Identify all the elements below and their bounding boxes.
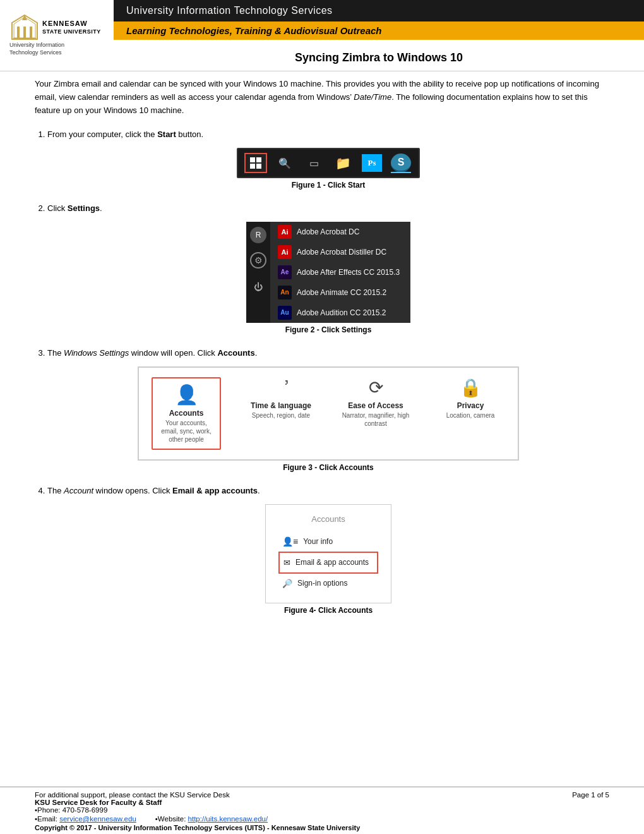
step-3: The Windows Settings window will open. C… [47, 347, 609, 472]
footer-website-link[interactable]: http://uits.kennesaw.edu/ [188, 815, 268, 823]
figure-3-container: 👤 Accounts Your accounts, email, sync, w… [47, 366, 609, 472]
after-effects-icon: Ae [278, 265, 292, 279]
svg-marker-6 [22, 15, 27, 20]
figure-1-taskbar: 🔍 ▭ 📁 Ps S [237, 148, 420, 178]
menu-side-icons: R ⚙ ⏻ [246, 222, 270, 323]
search-taskbar-icon: 🔍 [273, 153, 296, 173]
menu-item-ae: Ae Adobe After Effects CC 2015.3 [270, 262, 410, 282]
logo-area: Kennesaw State University University Inf… [0, 0, 114, 71]
figure-4-container: Accounts 👤≡ Your info ✉ Email & app acco… [47, 504, 609, 615]
app-s-icon: S [390, 153, 412, 173]
figure-4-caption: Figure 4- Click Accounts [47, 606, 609, 615]
audition-icon: Au [278, 306, 292, 320]
accounts-sign-in: 🔎 Sign-in options [278, 574, 378, 593]
email-app-icon: ✉ [283, 558, 290, 567]
acrobat-icon: Ai [278, 225, 292, 239]
power-icon: ⏻ [249, 277, 268, 296]
settings-time-language-item: ︐ Time & language Speech, region, date [246, 377, 316, 420]
figure-2-container: R ⚙ ⏻ Ai Adobe Acrobat DC [47, 222, 609, 334]
footer-phone: •Phone: 470-578-6999 [35, 806, 609, 814]
time-language-icon: ︐ [272, 377, 290, 398]
step-1: From your computer, click the Start butt… [47, 128, 609, 190]
menu-item-acrobat: Ai Adobe Acrobat DC [270, 222, 410, 242]
footer-website-bullet: •Website: [155, 815, 188, 823]
settings-accounts-item: 👤 Accounts Your accounts, email, sync, w… [152, 377, 221, 450]
your-info-icon: 👤≡ [282, 536, 298, 547]
animate-icon: An [278, 286, 292, 299]
menu-profile-icon: R [250, 227, 266, 243]
privacy-lock-icon: 🔒 [460, 377, 482, 398]
svg-rect-3 [23, 27, 26, 38]
step-4: The Account window opens. Click Email & … [47, 485, 609, 615]
sign-in-icon: 🔎 [282, 579, 292, 588]
header-subtitle: Learning Technologies, Training & Audiov… [114, 21, 644, 40]
footer-support-text: For additional support, please contact t… [35, 791, 230, 799]
svg-rect-5 [13, 38, 36, 39]
steps-list: From your computer, click the Start butt… [35, 128, 609, 614]
ksu-name: Kennesaw State University [42, 20, 101, 35]
accounts-your-info: 👤≡ Your info [278, 531, 378, 552]
file-explorer-icon: 📁 [331, 153, 354, 173]
main-content: Your Zimbra email and calendar can be sy… [0, 71, 644, 634]
footer-line1: For additional support, please contact t… [35, 791, 609, 799]
figure-1-container: 🔍 ▭ 📁 Ps S [47, 148, 609, 190]
svg-rect-4 [30, 27, 32, 38]
footer-email-bullet: •Email: [35, 815, 59, 823]
header-right: University Information Technology Servic… [114, 0, 644, 71]
settings-privacy-item: 🔒 Privacy Location, camera [436, 377, 505, 420]
menu-item-animate: An Adobe Animate CC 2015.2 [270, 282, 410, 303]
intro-paragraph: Your Zimbra email and calendar can be sy… [35, 78, 609, 117]
footer-contact-row: •Email: service@kennesaw.edu •Website: h… [35, 815, 609, 823]
figure-2-start-menu: R ⚙ ⏻ Ai Adobe Acrobat DC [246, 222, 410, 323]
svg-rect-2 [17, 27, 20, 38]
menu-item-acrobat-distiller: Ai Adobe Acrobat Distiller DC [270, 242, 410, 262]
menu-item-audition: Au Adobe Audition CC 2015.2 [270, 303, 410, 323]
header-university-name: University Information Technology Servic… [114, 0, 644, 21]
figure-3-caption: Figure 3 - Click Accounts [47, 463, 609, 472]
photoshop-icon: Ps [361, 153, 383, 173]
figure-1-caption: Figure 1 - Click Start [47, 181, 609, 190]
settings-gear-icon: ⚙ [250, 252, 266, 269]
footer-email-link[interactable]: service@kennesaw.edu [59, 815, 136, 823]
menu-app-list: Ai Adobe Acrobat DC Ai Adobe Acrobat Dis… [270, 222, 410, 323]
figure-3-settings: 👤 Accounts Your accounts, email, sync, w… [138, 366, 519, 461]
accounts-person-icon: 👤 [175, 384, 198, 406]
task-view-icon: ▭ [302, 153, 325, 173]
page-footer: For additional support, please contact t… [0, 787, 644, 834]
figure-2-caption: Figure 2 - Click Settings [47, 325, 609, 334]
figure-4-accounts-panel: Accounts 👤≡ Your info ✉ Email & app acco… [265, 504, 391, 603]
ease-access-icon: ⟳ [369, 377, 383, 398]
page-header: Kennesaw State University University Inf… [0, 0, 644, 71]
accounts-panel-title: Accounts [278, 514, 378, 524]
footer-desk-label: KSU Service Desk for Faculty & Staff [35, 799, 609, 806]
start-button-icon [244, 153, 267, 173]
ksu-emblem-icon [9, 14, 40, 40]
settings-ease-access-item: ⟳ Ease of Access Narrator, magnifier, hi… [341, 377, 410, 428]
ksu-logo: Kennesaw State University University Inf… [9, 14, 101, 56]
acrobat-distiller-icon: Ai [278, 245, 292, 259]
footer-page-number: Page 1 of 5 [572, 791, 609, 799]
footer-copyright: Copyright © 2017 - University Informatio… [35, 824, 609, 831]
step-2: Click Settings. R ⚙ ⏻ [47, 202, 609, 334]
doc-title: Syncing Zimbra to Windows 10 [114, 40, 644, 71]
accounts-email-app: ✉ Email & app accounts [278, 552, 378, 574]
